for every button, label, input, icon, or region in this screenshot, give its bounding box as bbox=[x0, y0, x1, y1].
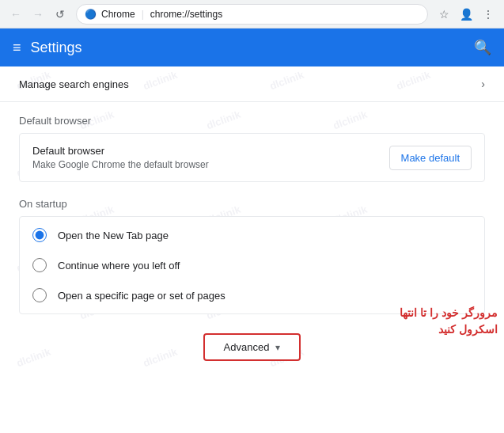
startup-label-1: Open the New Tab page bbox=[58, 230, 169, 241]
on-startup-section: On startup Open the New Tab page Continu… bbox=[0, 188, 504, 321]
startup-card: Open the New Tab page Continue where you… bbox=[19, 216, 485, 314]
settings-title: Settings bbox=[31, 40, 82, 56]
browser-bar: ← → ↺ 🔵 Chrome | chrome://settings ☆ 👤 ⋮ bbox=[0, 0, 504, 28]
back-button[interactable]: ← bbox=[6, 5, 25, 24]
startup-radio-1[interactable] bbox=[32, 228, 47, 242]
address-divider: | bbox=[142, 9, 144, 20]
startup-option-2[interactable]: Continue where you left off bbox=[20, 250, 484, 280]
startup-option-1[interactable]: Open the New Tab page bbox=[20, 220, 484, 250]
card-subtitle: Make Google Chrome the default browser bbox=[32, 159, 209, 170]
search-engines-label: Manage search engines bbox=[19, 78, 129, 90]
settings-content[interactable]: dlclinik dlclinik dlclinik dlclinik dlcl… bbox=[0, 66, 504, 433]
default-browser-card: Default browser Make Google Chrome the d… bbox=[19, 133, 485, 182]
search-icon-header[interactable]: 🔍 bbox=[474, 39, 491, 56]
chevron-right-icon: › bbox=[481, 78, 485, 90]
card-title: Default browser bbox=[32, 145, 209, 157]
address-url: chrome://settings bbox=[150, 9, 222, 20]
startup-radio-2[interactable] bbox=[32, 258, 47, 272]
settings-header: ≡ Settings 🔍 bbox=[0, 28, 504, 66]
default-browser-section-title: Default browser bbox=[19, 115, 485, 127]
advanced-button[interactable]: Advanced ▾ bbox=[203, 333, 301, 361]
make-default-button[interactable]: Make default bbox=[389, 146, 472, 170]
star-button[interactable]: ☆ bbox=[434, 5, 453, 24]
site-name: Chrome bbox=[101, 9, 135, 20]
address-bar[interactable]: 🔵 Chrome | chrome://settings bbox=[76, 4, 428, 25]
profile-button[interactable]: 👤 bbox=[457, 5, 476, 24]
advanced-label: Advanced bbox=[224, 341, 270, 353]
hamburger-icon[interactable]: ≡ bbox=[13, 40, 21, 56]
advanced-section: Advanced ▾ bbox=[0, 321, 504, 374]
startup-label-3: Open a specific page or set of pages bbox=[58, 290, 225, 302]
site-icon: 🔵 bbox=[85, 9, 97, 20]
forward-button[interactable]: → bbox=[28, 5, 47, 24]
toolbar-actions: ☆ 👤 ⋮ bbox=[434, 5, 498, 24]
search-engines-row[interactable]: Manage search engines › bbox=[0, 66, 504, 102]
startup-option-3[interactable]: Open a specific page or set of pages bbox=[20, 280, 484, 310]
startup-label-2: Continue where you left off bbox=[58, 260, 180, 272]
card-text-group: Default browser Make Google Chrome the d… bbox=[32, 145, 209, 170]
settings-header-left: ≡ Settings bbox=[13, 40, 82, 56]
on-startup-title: On startup bbox=[19, 198, 485, 210]
menu-button[interactable]: ⋮ bbox=[479, 5, 498, 24]
nav-buttons: ← → ↺ bbox=[6, 5, 70, 24]
reload-button[interactable]: ↺ bbox=[51, 5, 70, 24]
default-browser-section: Default browser Default browser Make Goo… bbox=[0, 102, 504, 188]
startup-radio-3[interactable] bbox=[32, 288, 47, 302]
chevron-down-icon: ▾ bbox=[275, 342, 280, 353]
